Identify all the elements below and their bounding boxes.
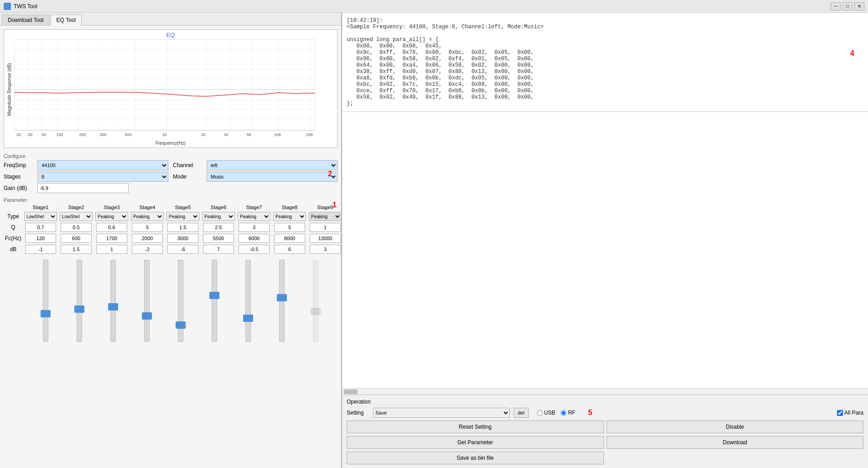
- slider-thumb-7[interactable]: [243, 315, 253, 322]
- type-select-9[interactable]: Peaking: [309, 212, 341, 221]
- stage2-header: Stage2: [58, 204, 94, 211]
- annotation-4: 4: [850, 49, 854, 58]
- channel-select[interactable]: left: [207, 160, 338, 170]
- slider-track-3: [110, 260, 116, 342]
- usb-radio-label[interactable]: USB: [537, 410, 556, 416]
- slider-thumb-9[interactable]: [311, 308, 321, 315]
- usb-radio[interactable]: [537, 410, 543, 416]
- slider-thumb-3[interactable]: [108, 303, 118, 310]
- stage4-header: Stage4: [130, 204, 165, 211]
- q-input-5[interactable]: [167, 223, 198, 232]
- configure-label: Configure: [4, 153, 338, 159]
- mode-row: Mode Music: [173, 172, 338, 182]
- q-input-8[interactable]: [274, 223, 305, 232]
- q-input-3[interactable]: [96, 223, 127, 232]
- code-scroll-thumb[interactable]: [344, 389, 358, 394]
- q-input-7[interactable]: [239, 223, 270, 232]
- fc-input-1[interactable]: [25, 234, 56, 243]
- disable-button[interactable]: Disable: [607, 421, 864, 433]
- app-icon: [4, 3, 11, 10]
- fc-input-3[interactable]: [96, 234, 127, 243]
- slider-thumb-8[interactable]: [277, 294, 287, 301]
- parameter-table: Stage1 Stage2 Stage3 Stage4 Stage5 Stage…: [4, 204, 341, 255]
- all-para-label[interactable]: All Para: [837, 410, 863, 416]
- slider-thumb-6[interactable]: [209, 292, 219, 299]
- channel-label: Channel: [173, 162, 205, 168]
- slider-track-7: [245, 260, 251, 342]
- db-input-8[interactable]: [274, 245, 305, 254]
- setting-label: Setting: [347, 410, 369, 416]
- fc-input-8[interactable]: [274, 234, 305, 243]
- q-input-6[interactable]: [203, 223, 234, 232]
- db-input-9[interactable]: [310, 245, 341, 254]
- type-select-6[interactable]: Peaking: [202, 212, 235, 221]
- svg-rect-0: [14, 39, 315, 131]
- slider-thumb-4[interactable]: [142, 312, 152, 320]
- fc-input-4[interactable]: [132, 234, 163, 243]
- db-input-4[interactable]: [132, 245, 163, 254]
- slider-thumb-1[interactable]: [41, 310, 51, 317]
- slider-thumb-5[interactable]: [176, 321, 186, 329]
- tab-download[interactable]: Download Tool: [2, 15, 50, 25]
- q-row: Q: [4, 222, 341, 233]
- slider-thumb-2[interactable]: [74, 305, 84, 313]
- reset-setting-button[interactable]: Reset Setting: [347, 421, 604, 433]
- restore-button[interactable]: □: [842, 2, 852, 11]
- stages-select[interactable]: 8: [37, 172, 168, 182]
- fc-row: Fc(Hz): [4, 233, 341, 244]
- db-input-7[interactable]: [239, 245, 270, 254]
- slider-col-6: [198, 258, 231, 466]
- type-select-1[interactable]: LowShel: [24, 212, 57, 221]
- fc-input-6[interactable]: [203, 234, 234, 243]
- rf-radio[interactable]: [561, 410, 567, 416]
- db-input-2[interactable]: [61, 245, 92, 254]
- download-button[interactable]: Download: [607, 436, 864, 449]
- fc-input-5[interactable]: [167, 234, 198, 243]
- db-input-6[interactable]: [203, 245, 234, 254]
- type-select-5[interactable]: Peaking: [166, 212, 199, 221]
- mode-select[interactable]: Music: [207, 172, 338, 182]
- rf-radio-label[interactable]: RF: [561, 410, 575, 416]
- db-input-3[interactable]: [96, 245, 127, 254]
- db-input-1[interactable]: [25, 245, 56, 254]
- db-input-5[interactable]: [167, 245, 198, 254]
- q-input-1[interactable]: [25, 223, 56, 232]
- minimize-button[interactable]: ─: [831, 2, 841, 11]
- slider-col-4: [130, 258, 164, 466]
- q-input-9[interactable]: [310, 223, 341, 232]
- q-input-4[interactable]: [132, 223, 163, 232]
- get-parameter-button[interactable]: Get Parameter: [347, 436, 604, 449]
- db-row: dB: [4, 244, 341, 255]
- type-row: Type LowShel LowShel Peaking Peaking Pea…: [4, 211, 341, 222]
- operation-panel: Operation Setting Save del USB RF: [342, 394, 868, 468]
- setting-select[interactable]: Save: [373, 408, 510, 418]
- svg-text:300: 300: [99, 132, 106, 137]
- slider-track-2: [77, 260, 82, 342]
- svg-text:200: 200: [79, 132, 86, 137]
- freqsmp-select[interactable]: 44100: [37, 160, 168, 170]
- code-output: [10:42:19]: <Sample Frequency: 44100, St…: [342, 13, 868, 112]
- type-select-7[interactable]: Peaking: [238, 212, 270, 221]
- slider-track-5: [178, 260, 183, 342]
- type-select-3[interactable]: Peaking: [95, 212, 128, 221]
- slider-col-8: [265, 258, 299, 466]
- del-button[interactable]: del: [514, 408, 529, 418]
- save-bin-button[interactable]: Save as bin file: [347, 452, 604, 464]
- fc-input-2[interactable]: [61, 234, 92, 243]
- svg-text:1K: 1K: [162, 132, 167, 137]
- right-panel: [10:42:19]: <Sample Frequency: 44100, St…: [342, 13, 868, 468]
- gain-input[interactable]: -6.9: [37, 183, 129, 193]
- type-select-8[interactable]: Peaking: [273, 212, 306, 221]
- type-select-4[interactable]: Peaking: [131, 212, 164, 221]
- fc-input-9[interactable]: [310, 234, 341, 243]
- close-button[interactable]: ✕: [854, 2, 864, 11]
- type-select-2[interactable]: LowShel: [60, 212, 93, 221]
- slider-col-5: [164, 258, 198, 466]
- code-scroll-h: [342, 388, 868, 394]
- fc-input-7[interactable]: [239, 234, 270, 243]
- tab-bar: Download Tool EQ Tool: [0, 13, 341, 26]
- tab-eq[interactable]: EQ Tool: [51, 15, 82, 26]
- mode-label: Mode: [173, 174, 205, 180]
- q-input-2[interactable]: [61, 223, 92, 232]
- all-para-checkbox[interactable]: [837, 410, 843, 416]
